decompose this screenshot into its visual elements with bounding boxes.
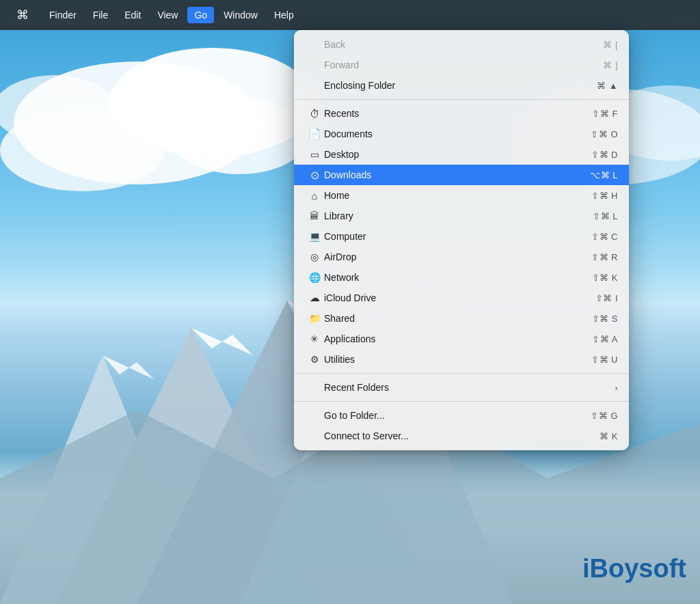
airdrop-shortcut: ⇧⌘ R — [591, 252, 618, 262]
menu-item-enclosing-folder[interactable]: Enclosing Folder ⌘ ▲ — [294, 75, 629, 96]
network-shortcut: ⇧⌘ K — [592, 273, 618, 283]
shared-shortcut: ⇧⌘ S — [592, 314, 618, 324]
downloads-label: Downloads — [324, 169, 590, 180]
documents-label: Documents — [324, 128, 591, 139]
shared-icon: 📁 — [305, 313, 324, 324]
home-label: Home — [324, 190, 591, 201]
separator-1 — [294, 99, 629, 100]
menu-item-goto-folder[interactable]: Go to Folder... ⇧⌘ G — [294, 405, 629, 426]
documents-shortcut: ⇧⌘ O — [591, 129, 618, 139]
computer-label: Computer — [324, 231, 591, 242]
menu-item-shared[interactable]: 📁 Shared ⇧⌘ S — [294, 308, 629, 329]
library-icon: 🏛 — [305, 210, 324, 221]
applications-shortcut: ⇧⌘ A — [592, 334, 618, 344]
forward-label: Forward — [324, 59, 603, 70]
menu-item-downloads[interactable]: ⊙ Downloads ⌥⌘ L — [294, 165, 629, 185]
desktop-label: Desktop — [324, 149, 591, 160]
computer-shortcut: ⇧⌘ C — [591, 232, 618, 242]
svg-point-3 — [171, 99, 308, 174]
view-menu[interactable]: View — [150, 7, 185, 23]
home-shortcut: ⇧⌘ H — [591, 191, 618, 201]
enclosing-folder-label: Enclosing Folder — [324, 80, 597, 91]
back-shortcut: ⌘ [ — [603, 40, 618, 50]
menu-item-network[interactable]: 🌐 Network ⇧⌘ K — [294, 267, 629, 288]
icloud-drive-label: iCloud Drive — [324, 292, 595, 303]
downloads-icon: ⊙ — [305, 169, 324, 182]
menu-item-connect-server[interactable]: Connect to Server... ⌘ K — [294, 426, 629, 446]
goto-folder-shortcut: ⇧⌘ G — [591, 411, 618, 421]
applications-label: Applications — [324, 333, 592, 344]
forward-shortcut: ⌘ ] — [603, 60, 618, 70]
applications-icon: ✳ — [305, 333, 324, 344]
menu-item-computer[interactable]: 💻 Computer ⇧⌘ C — [294, 226, 629, 247]
utilities-label: Utilities — [324, 354, 591, 365]
library-label: Library — [324, 210, 593, 221]
edit-menu[interactable]: Edit — [118, 7, 148, 23]
recents-shortcut: ⇧⌘ F — [592, 109, 618, 119]
enclosing-folder-shortcut: ⌘ ▲ — [597, 81, 618, 91]
airdrop-icon: ◎ — [305, 251, 324, 262]
menu-item-back[interactable]: Back ⌘ [ — [294, 34, 629, 55]
desktop-shortcut: ⇧⌘ D — [591, 150, 618, 160]
menu-item-utilities[interactable]: ⚙ Utilities ⇧⌘ U — [294, 349, 629, 370]
goto-folder-label: Go to Folder... — [324, 410, 591, 421]
computer-icon: 💻 — [305, 231, 324, 242]
connect-server-shortcut: ⌘ K — [600, 431, 618, 441]
downloads-shortcut: ⌥⌘ L — [590, 170, 618, 180]
menu-item-home[interactable]: ⌂ Home ⇧⌘ H — [294, 185, 629, 206]
utilities-shortcut: ⇧⌘ U — [591, 355, 618, 365]
connect-server-label: Connect to Server... — [324, 430, 600, 441]
menu-item-recents[interactable]: ⏱ Recents ⇧⌘ F — [294, 103, 629, 124]
help-menu[interactable]: Help — [267, 7, 301, 23]
desktop-icon: ▭ — [305, 149, 324, 160]
recent-folders-arrow: › — [615, 383, 618, 393]
separator-3 — [294, 401, 629, 402]
menu-item-library[interactable]: 🏛 Library ⇧⌘ L — [294, 206, 629, 226]
file-menu[interactable]: File — [86, 7, 116, 23]
menu-item-recent-folders[interactable]: Recent Folders › — [294, 377, 629, 398]
back-label: Back — [324, 39, 603, 50]
menu-item-desktop[interactable]: ▭ Desktop ⇧⌘ D — [294, 144, 629, 165]
network-label: Network — [324, 272, 592, 283]
icloud-drive-icon: ☁ — [305, 292, 324, 304]
menu-item-forward[interactable]: Forward ⌘ ] — [294, 55, 629, 75]
recents-icon: ⏱ — [305, 108, 324, 120]
go-dropdown-menu: Back ⌘ [ Forward ⌘ ] Enclosing Folder ⌘ … — [294, 30, 629, 450]
utilities-icon: ⚙ — [305, 354, 324, 365]
menubar: ⌘ Finder File Edit View Go Window Help — [0, 0, 700, 30]
separator-2 — [294, 373, 629, 374]
recent-folders-label: Recent Folders — [324, 382, 615, 393]
home-icon: ⌂ — [305, 190, 324, 202]
apple-menu[interactable]: ⌘ — [11, 5, 34, 25]
library-shortcut: ⇧⌘ L — [593, 211, 618, 221]
airdrop-label: AirDrop — [324, 251, 591, 262]
menu-item-icloud-drive[interactable]: ☁ iCloud Drive ⇧⌘ I — [294, 288, 629, 308]
window-menu[interactable]: Window — [217, 7, 265, 23]
menu-item-documents[interactable]: 📄 Documents ⇧⌘ O — [294, 124, 629, 144]
shared-label: Shared — [324, 313, 592, 324]
icloud-drive-shortcut: ⇧⌘ I — [595, 293, 618, 303]
network-icon: 🌐 — [305, 272, 324, 283]
documents-icon: 📄 — [305, 128, 324, 140]
go-menu[interactable]: Go — [187, 7, 214, 23]
recents-label: Recents — [324, 108, 592, 119]
menu-item-applications[interactable]: ✳ Applications ⇧⌘ A — [294, 329, 629, 349]
finder-menu[interactable]: Finder — [42, 7, 83, 23]
menu-item-airdrop[interactable]: ◎ AirDrop ⇧⌘ R — [294, 247, 629, 267]
